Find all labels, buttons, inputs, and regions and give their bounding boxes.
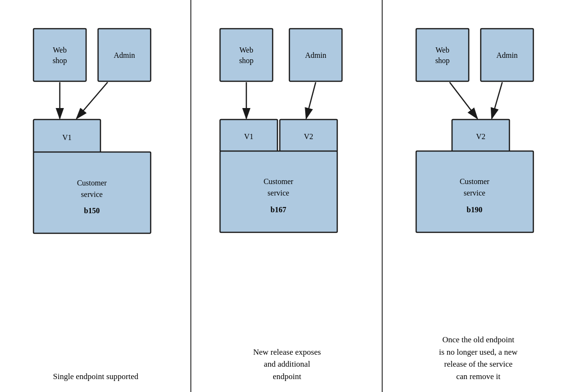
svg-text:service: service [81,190,102,198]
svg-text:Customer: Customer [264,177,294,185]
svg-text:V2: V2 [304,132,313,141]
diagram-1: Web shop Admin V1 Customer service b150 [19,14,172,361]
svg-line-37 [492,82,502,119]
panel-2: Web shop Admin V1 V2 Customer service [191,0,383,392]
svg-line-21 [306,82,316,119]
svg-text:Admin: Admin [114,51,135,59]
svg-text:Web: Web [53,46,67,54]
caption-2: New release exposesand additionalendpoin… [248,346,326,383]
svg-text:b150: b150 [84,207,100,215]
svg-text:V2: V2 [476,132,486,141]
svg-text:shop: shop [239,56,254,65]
svg-rect-31 [416,29,469,81]
svg-text:V1: V1 [244,132,254,141]
svg-text:Customer: Customer [460,177,490,185]
svg-text:service: service [267,189,289,197]
diagram-2: Web shop Admin V1 V2 Customer service [206,14,368,337]
svg-text:Customer: Customer [77,179,107,187]
caption-3: Once the old endpointis no longer used, … [434,334,522,382]
svg-text:Admin: Admin [497,51,518,59]
svg-text:service: service [464,189,485,197]
svg-text:Admin: Admin [305,51,326,59]
svg-text:V1: V1 [62,133,72,142]
svg-text:b167: b167 [271,206,287,214]
svg-text:Web: Web [436,46,450,54]
svg-text:shop: shop [53,56,67,65]
svg-rect-1 [33,29,86,81]
svg-text:b190: b190 [467,206,483,214]
svg-text:shop: shop [435,56,450,65]
caption-1: Single endpoint supported [48,370,143,383]
diagram-3: Web shop Admin V2 Customer service b190 [402,14,555,324]
panel-1: Web shop Admin V1 Customer service b150 … [0,0,191,392]
svg-line-36 [450,82,477,119]
panel-3: Web shop Admin V2 Customer service b190 … [383,0,574,392]
svg-text:Web: Web [240,46,254,54]
diagrams-container: Web shop Admin V1 Customer service b150 … [0,0,574,392]
svg-line-7 [77,82,108,119]
svg-rect-15 [220,29,273,81]
